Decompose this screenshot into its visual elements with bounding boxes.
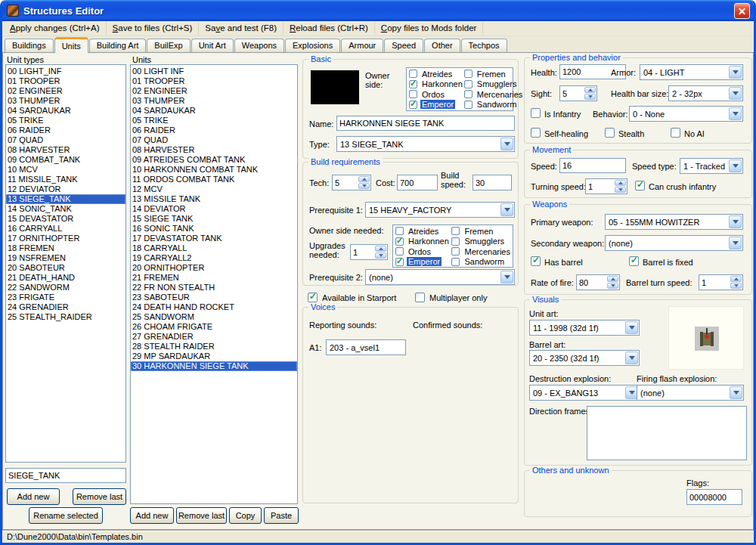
list-item[interactable]: 10 HARKONNEN COMBAT TANK <box>131 165 297 175</box>
spinner-down-icon[interactable] <box>584 94 596 100</box>
list-item[interactable]: 15 DEVASTATOR <box>6 214 125 224</box>
basic-side-smugglers[interactable]: ✓Smugglers <box>464 79 525 90</box>
list-item[interactable]: 08 HARVESTER <box>6 145 125 155</box>
unit-types-remove-button[interactable]: Remove last <box>73 488 126 505</box>
tab-explosions[interactable]: Explosions <box>285 39 340 52</box>
tab-building-art[interactable]: Building Art <box>89 39 147 52</box>
build-side-harkonnen[interactable]: ✓Harkonnen <box>395 237 451 247</box>
checkbox-harkonnen[interactable]: ✓ <box>395 237 404 246</box>
health-bar-size-combo[interactable]: 2 - 32px <box>668 85 743 101</box>
spinner-buttons[interactable] <box>730 276 742 289</box>
speed-input[interactable] <box>559 158 626 173</box>
chevron-down-icon[interactable] <box>500 271 513 283</box>
build-side-smugglers[interactable]: ✓Smugglers <box>451 237 512 247</box>
spinner-buttons[interactable] <box>375 246 386 259</box>
chevron-down-icon[interactable] <box>729 87 742 100</box>
checkbox-ordos[interactable]: ✓ <box>409 90 417 98</box>
cost-input[interactable] <box>397 175 438 190</box>
basic-side-sandworm[interactable]: ✓Sandworm <box>464 100 525 110</box>
secondary-weapon-combo[interactable]: (none) <box>605 235 743 251</box>
list-item[interactable]: 00 LIGHT INF <box>131 67 297 76</box>
list-item[interactable]: 19 CARRYALL2 <box>131 253 297 263</box>
list-item[interactable]: 26 CHOAM FRIGATE <box>131 322 297 332</box>
checkbox-mercenaries[interactable]: ✓ <box>464 90 472 98</box>
tech-spinner[interactable]: 5 <box>332 175 371 190</box>
basic-side-harkonnen[interactable]: ✓Harkonnen <box>409 79 464 90</box>
list-item[interactable]: 04 SARDAUKAR <box>131 106 297 116</box>
units-paste-button[interactable]: Paste <box>264 507 299 524</box>
prerequisite2-combo[interactable]: (none) <box>365 269 515 285</box>
list-item[interactable]: 04 SARDAUKAR <box>6 106 125 116</box>
checkbox-stealth[interactable]: ✓ <box>605 128 615 138</box>
build-side-emperor[interactable]: ✓Emperor <box>395 257 451 268</box>
chevron-down-icon[interactable] <box>729 107 742 120</box>
list-item[interactable]: 12 DEVIATOR <box>6 184 125 194</box>
list-item[interactable]: 18 CARRYALL <box>131 243 297 253</box>
list-item[interactable]: 09 COMBAT_TANK <box>6 155 125 165</box>
behavior-combo[interactable]: 0 - None <box>629 106 743 122</box>
list-item[interactable]: 07 QUAD <box>131 135 297 145</box>
list-item[interactable]: 13 MISSILE TANK <box>131 194 297 204</box>
build-side-atreides[interactable]: ✓Atreides <box>395 226 451 237</box>
list-item[interactable]: 23 FRIGATE <box>6 293 125 302</box>
barrel-turn-speed-spinner[interactable]: 1 <box>699 274 743 290</box>
list-item[interactable]: 30 HARKONNEN SIEGE TANK <box>131 361 297 371</box>
tab-speed[interactable]: Speed <box>384 39 423 52</box>
flags-input[interactable] <box>686 489 742 505</box>
list-item[interactable]: 06 RAIDER <box>131 125 297 135</box>
list-item[interactable]: 03 THUMPER <box>131 96 297 106</box>
list-item[interactable]: 01 TROOPER <box>6 76 125 86</box>
build-side-sandworm[interactable]: ✓Sandworm <box>451 257 512 268</box>
list-item[interactable]: 01 TROOPER <box>131 76 297 86</box>
speed-type-combo[interactable]: 1 - Tracked <box>680 158 743 174</box>
toolbar-item[interactable]: Copy files to Mods folder <box>375 22 484 35</box>
chevron-down-icon[interactable] <box>729 66 742 79</box>
armor-combo[interactable]: 04 - LIGHT <box>640 64 743 80</box>
tab-builexp[interactable]: BuilExp <box>147 39 190 52</box>
list-item[interactable]: 03 THUMPER <box>6 96 125 106</box>
tab-unit-art[interactable]: Unit Art <box>191 39 234 52</box>
list-item[interactable]: 14 DEVIATOR <box>131 204 297 214</box>
list-item[interactable]: 27 GRENADIER <box>131 332 297 342</box>
build-speed-input[interactable] <box>472 175 512 190</box>
basic-side-ordos[interactable]: ✓Ordos <box>409 89 464 100</box>
spinner-down-icon[interactable] <box>358 183 370 189</box>
list-item[interactable]: 11 MISSILE_TANK <box>6 175 125 184</box>
rename-selected-button[interactable]: Rename selected <box>29 507 103 524</box>
checkbox-sandworm[interactable]: ✓ <box>464 101 472 109</box>
spinner-buttons[interactable] <box>584 87 596 100</box>
checkbox-is-infantry[interactable]: ✓ <box>531 108 541 118</box>
list-item[interactable]: 16 SONIC TANK <box>131 224 297 234</box>
checkbox-atreides[interactable]: ✓ <box>409 70 417 78</box>
checkbox-smugglers[interactable]: ✓ <box>464 80 472 88</box>
checkbox-atreides[interactable]: ✓ <box>395 227 404 235</box>
reporting-sound-combo[interactable]: 203 - a_vsel1 <box>326 339 406 355</box>
basic-side-emperor[interactable]: ✓Emperor <box>409 100 464 110</box>
list-item[interactable]: 28 STEALTH RAIDER <box>131 342 297 351</box>
chevron-down-icon[interactable] <box>625 351 638 364</box>
toolbar-item[interactable]: Save to files (Ctrl+S) <box>107 22 200 35</box>
checkbox-sandworm[interactable]: ✓ <box>451 258 460 266</box>
checkbox-emperor[interactable]: ✓ <box>395 258 404 266</box>
checkbox-can-crush-infantry[interactable]: ✓ <box>635 181 645 190</box>
chevron-down-icon[interactable] <box>500 203 513 216</box>
checkbox-harkonnen[interactable]: ✓ <box>409 80 417 88</box>
prerequisite1-combo[interactable]: 15 HEAVY_FACTORY <box>365 202 515 218</box>
checkbox-no-ai[interactable]: ✓ <box>671 128 680 138</box>
spinner-buttons[interactable] <box>358 176 370 189</box>
chevron-down-icon[interactable] <box>730 386 742 399</box>
list-item[interactable]: 24 DEATH HAND ROCKET <box>131 302 297 312</box>
units-list[interactable]: 00 LIGHT INF01 TROOPER02 ENGINEER03 THUM… <box>130 64 298 504</box>
chevron-down-icon[interactable] <box>625 321 638 334</box>
toolbar-item[interactable]: Save and test (F8) <box>199 22 284 35</box>
primary-weapon-combo[interactable]: 05 - 155MM HOWITZER <box>605 214 743 230</box>
chevron-down-icon[interactable] <box>500 138 513 150</box>
spinner-up-icon[interactable] <box>615 180 626 186</box>
close-button[interactable] <box>734 3 750 19</box>
owner-side-checklist[interactable]: ✓Atreides✓Harkonnen✓Ordos✓Emperor✓Fremen… <box>406 67 513 111</box>
list-item[interactable]: 24 GRENADIER <box>6 302 125 312</box>
spinner-up-icon[interactable] <box>358 176 370 182</box>
list-item[interactable]: 13 SIEGE_TANK <box>6 194 125 204</box>
toolbar-item[interactable]: Apply changes (Ctrl+A) <box>4 22 107 35</box>
spinner-up-icon[interactable] <box>375 246 386 252</box>
